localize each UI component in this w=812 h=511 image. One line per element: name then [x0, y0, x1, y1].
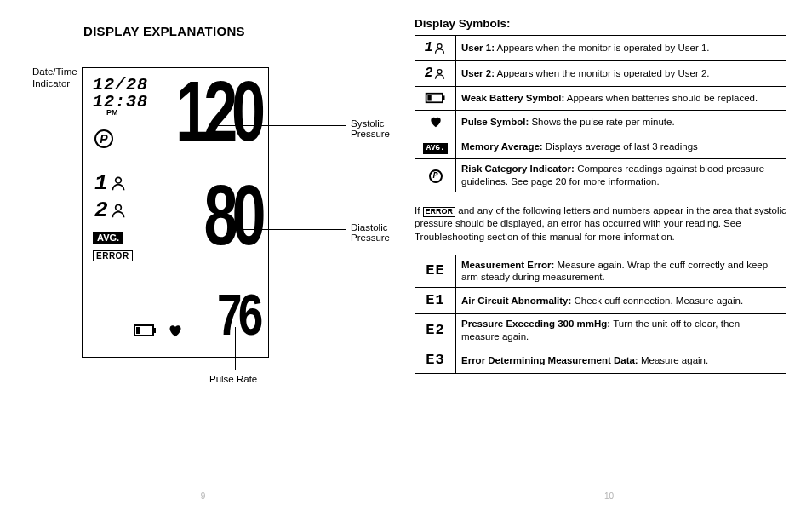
svg-rect-8 — [442, 95, 444, 100]
avg-icon: AVG. — [423, 143, 449, 155]
lcd-ampm: PM — [106, 108, 118, 117]
error-desc-cell: Error Determining Measurement Data: Meas… — [456, 347, 786, 374]
diastolic-value: 80 — [203, 179, 260, 251]
svg-rect-3 — [153, 328, 156, 333]
error-desc-cell: Air Circuit Abnormality: Check cuff conn… — [456, 288, 786, 314]
symbols-table: 1 User 1: Appears when the monitor is op… — [415, 35, 786, 192]
page-number-right: 10 — [406, 491, 812, 501]
symbol-icon-cell: 2 — [415, 60, 456, 86]
error-badge: ERROR — [93, 250, 133, 261]
table-row: P Risk Category Indicator: Compares read… — [415, 159, 786, 192]
error-desc-cell: Measurement Error: Measure again. Wrap t… — [456, 255, 786, 288]
table-row: EE Measurement Error: Measure again. Wra… — [415, 255, 786, 288]
heart-icon — [168, 324, 183, 340]
table-row: E2 Pressure Exceeding 300 mmHg: Turn the… — [415, 314, 786, 347]
user-icon — [110, 202, 127, 219]
user-icon — [110, 175, 127, 192]
table-row: Pulse Symbol: Shows the pulse rate per m… — [415, 111, 786, 135]
page-number-left: 9 — [0, 491, 406, 501]
lead-line — [231, 229, 346, 230]
right-page: Display Symbols: 1 User 1: Appears when … — [406, 0, 812, 511]
lcd-time: 12:38 — [93, 92, 148, 112]
lcd-underline — [82, 357, 269, 358]
user2-indicator: 2 — [94, 198, 127, 223]
inline-error-badge: ERROR — [423, 207, 456, 217]
user-icon — [433, 67, 446, 80]
error-code-cell: E1 — [415, 288, 456, 314]
symbol-desc-cell: Risk Category Indicator: Compares readin… — [456, 159, 786, 192]
lead-line — [235, 327, 236, 370]
left-page: DISPLAY EXPLANATIONS Date/Time Indicator… — [0, 0, 406, 511]
display-symbols-heading: Display Symbols: — [415, 17, 786, 30]
svg-point-0 — [115, 177, 121, 183]
errors-table: EE Measurement Error: Measure again. Wra… — [415, 255, 786, 375]
symbol-desc-cell: Weak Battery Symbol: Appears when batter… — [456, 86, 786, 111]
symbol-icon-cell: AVG. — [415, 135, 456, 159]
symbol-desc-cell: User 1: Appears when the monitor is oper… — [456, 36, 786, 61]
svg-rect-9 — [427, 95, 431, 100]
symbol-desc-cell: Pulse Symbol: Shows the pulse rate per m… — [456, 111, 786, 135]
lcd-screen: 12/28 12:38 PM P 1 2 AVG. ERROR 120 80 7… — [82, 67, 269, 357]
svg-point-1 — [115, 204, 121, 210]
systolic-value: 120 — [175, 75, 260, 147]
svg-rect-4 — [136, 327, 140, 334]
symbol-icon-cell: 1 — [415, 36, 456, 61]
callout-systolic: Systolic Pressure — [351, 118, 390, 139]
error-code-cell: E3 — [415, 347, 456, 374]
lcd-diagram: Date/Time Indicator 12/28 12:38 PM P 1 2… — [82, 67, 389, 358]
battery-icon — [134, 324, 157, 340]
battery-icon — [425, 92, 447, 104]
callout-pulse: Pulse Rate — [209, 374, 257, 384]
table-row: 1 User 1: Appears when the monitor is op… — [415, 36, 786, 61]
error-code-cell: E2 — [415, 314, 456, 347]
error-paragraph: If ERROR and any of the following letter… — [415, 204, 786, 244]
svg-point-6 — [437, 69, 442, 73]
callout-diastolic: Diastolic Pressure — [351, 222, 390, 243]
symbol-icon-cell — [415, 111, 456, 135]
symbol-desc-cell: Memory Average: Displays average of last… — [456, 135, 786, 159]
avg-badge: AVG. — [93, 232, 123, 244]
symbol-desc-cell: User 2: Appears when the monitor is oper… — [456, 60, 786, 86]
risk-icon: P — [429, 169, 443, 183]
table-row: AVG. Memory Average: Displays average of… — [415, 135, 786, 159]
display-explanations-heading: DISPLAY EXPLANATIONS — [83, 24, 389, 38]
callout-datetime: Date/Time Indicator — [32, 66, 83, 90]
pulse-value: 76 — [217, 281, 260, 347]
error-code-cell: EE — [415, 255, 456, 288]
error-desc-cell: Pressure Exceeding 300 mmHg: Turn the un… — [456, 314, 786, 347]
heart-icon — [429, 116, 443, 128]
risk-indicator-icon: P — [94, 129, 113, 148]
symbol-icon-cell: P — [415, 159, 456, 192]
lead-line — [218, 125, 346, 126]
svg-point-5 — [437, 43, 442, 48]
symbol-icon-cell — [415, 86, 456, 111]
table-row: E1 Air Circuit Abnormality: Check cuff c… — [415, 288, 786, 314]
user1-indicator: 1 — [94, 170, 127, 196]
user-icon — [433, 42, 446, 55]
table-row: Weak Battery Symbol: Appears when batter… — [415, 86, 786, 111]
table-row: 2 User 2: Appears when the monitor is op… — [415, 60, 786, 86]
table-row: E3 Error Determining Measurement Data: M… — [415, 347, 786, 374]
